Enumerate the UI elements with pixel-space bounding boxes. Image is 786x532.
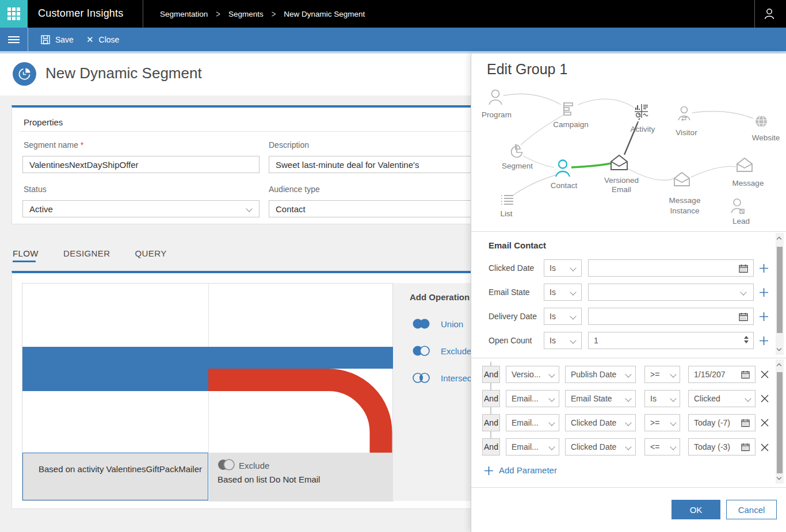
tab-flow[interactable]: FLOW bbox=[13, 248, 39, 258]
condition-field-dropdown[interactable]: Clicked Date bbox=[565, 414, 636, 431]
flow-block-exclude-list[interactable]: Exclude Based on list Do Not Email bbox=[209, 453, 394, 502]
description-input[interactable]: Sweet last-minute deal for Valentine's bbox=[269, 156, 483, 173]
cancel-button[interactable]: Cancel bbox=[726, 500, 777, 519]
condition-connector-chip[interactable]: And bbox=[482, 438, 500, 456]
operation-exclude[interactable]: Exclude bbox=[412, 345, 471, 357]
condition-connector-chip[interactable]: And bbox=[482, 414, 500, 431]
param-value-select[interactable] bbox=[588, 284, 754, 301]
chevron-down-icon bbox=[625, 395, 631, 401]
condition-operator-dropdown[interactable]: <= bbox=[644, 438, 680, 456]
condition-field-dropdown[interactable]: Publish Date bbox=[565, 366, 636, 383]
conditions-scrollbar[interactable] bbox=[776, 359, 784, 484]
param-op-dropdown[interactable]: Is bbox=[544, 308, 582, 325]
section-divider bbox=[20, 131, 476, 132]
breadcrumb-segmentation[interactable]: Segmentation bbox=[160, 10, 208, 18]
chevron-down-icon bbox=[246, 205, 252, 212]
condition-operator-dropdown[interactable]: Is bbox=[644, 390, 680, 407]
top-bar: Customer Insights Segmentation > Segment… bbox=[0, 0, 786, 28]
param-op-dropdown[interactable]: Is bbox=[544, 284, 582, 301]
save-button[interactable]: Save bbox=[41, 28, 74, 51]
condition-entity-dropdown[interactable]: Email... bbox=[506, 390, 559, 407]
condition-field-dropdown[interactable]: Email State bbox=[565, 390, 636, 407]
chevron-down-icon bbox=[670, 371, 676, 377]
chevron-down-icon bbox=[570, 265, 576, 271]
remove-condition-button[interactable] bbox=[761, 419, 769, 427]
node-versioned-email[interactable] bbox=[611, 155, 627, 170]
exclude-toggle-icon[interactable] bbox=[217, 458, 236, 471]
scrollbar-thumb[interactable] bbox=[777, 372, 783, 473]
tab-designer[interactable]: DESIGNER bbox=[63, 248, 110, 258]
number-stepper[interactable] bbox=[744, 336, 749, 343]
add-clause-button[interactable] bbox=[759, 288, 769, 297]
condition-field-dropdown[interactable]: Clicked Date bbox=[565, 438, 636, 456]
condition-entity-dropdown[interactable]: Versio... bbox=[506, 366, 559, 383]
add-parameter-link[interactable]: Add Parameter bbox=[499, 465, 557, 475]
param-value-date-input[interactable] bbox=[588, 259, 754, 277]
app-window: Customer Insights Segmentation > Segment… bbox=[0, 0, 786, 532]
add-parameter-plus-icon[interactable] bbox=[484, 466, 494, 476]
chevron-down-icon bbox=[670, 395, 676, 401]
param-value-date-input[interactable] bbox=[588, 308, 754, 325]
hamburger-icon bbox=[8, 36, 20, 37]
segment-name-input[interactable]: ValentinesNextDayShipOffer bbox=[22, 156, 260, 173]
condition-value-date-input[interactable]: 1/15/207 bbox=[688, 366, 756, 383]
calendar-icon[interactable] bbox=[741, 443, 750, 451]
operation-union[interactable]: Union bbox=[412, 318, 463, 330]
app-launcher-button[interactable] bbox=[0, 0, 28, 28]
node-program[interactable] bbox=[489, 90, 502, 105]
condition-entity-dropdown[interactable]: Email... bbox=[506, 414, 559, 431]
node-activity[interactable] bbox=[635, 104, 648, 118]
condition-value-date-input[interactable]: Today (-7) bbox=[688, 414, 756, 431]
menu-toggle-button[interactable] bbox=[0, 28, 28, 51]
calendar-icon[interactable] bbox=[739, 312, 748, 322]
remove-condition-button[interactable] bbox=[761, 443, 769, 451]
condition-value-select[interactable]: Clicked bbox=[688, 390, 756, 407]
scrollbar-thumb[interactable] bbox=[777, 247, 783, 333]
params-scrollbar[interactable] bbox=[776, 233, 784, 355]
close-button[interactable]: ✕ Close bbox=[86, 28, 119, 51]
scroll-down-icon[interactable] bbox=[777, 346, 781, 351]
condition-operator-dropdown[interactable]: >= bbox=[644, 366, 680, 383]
audience-type-dropdown[interactable]: Contact bbox=[269, 200, 483, 217]
condition-operator-dropdown[interactable]: >= bbox=[644, 414, 680, 431]
param-op-dropdown[interactable]: Is bbox=[544, 259, 582, 277]
node-message[interactable] bbox=[737, 158, 752, 171]
calendar-icon[interactable] bbox=[739, 264, 748, 273]
condition-connector-chip[interactable]: And bbox=[482, 366, 500, 383]
scroll-up-icon[interactable] bbox=[777, 237, 781, 242]
node-campaign[interactable] bbox=[564, 102, 573, 115]
node-lead[interactable] bbox=[731, 199, 744, 213]
calendar-icon[interactable] bbox=[741, 419, 750, 427]
scroll-down-icon[interactable] bbox=[777, 475, 781, 480]
tab-query[interactable]: QUERY bbox=[135, 248, 167, 258]
param-value-number-input[interactable]: 1 bbox=[588, 332, 754, 349]
remove-condition-button[interactable] bbox=[761, 395, 769, 403]
flow-block-activity[interactable]: Based on activity ValentinesGiftPackMail… bbox=[22, 453, 208, 500]
user-profile-button[interactable] bbox=[763, 7, 776, 22]
topbar-divider bbox=[754, 0, 755, 28]
condition-connector-chip[interactable]: And bbox=[482, 390, 500, 407]
remove-condition-button[interactable] bbox=[761, 370, 769, 378]
breadcrumb-segments[interactable]: Segments bbox=[228, 10, 264, 18]
calendar-icon[interactable] bbox=[741, 370, 750, 379]
add-clause-button[interactable] bbox=[759, 263, 769, 273]
node-label-visitor: Visitor bbox=[676, 128, 697, 137]
param-op-dropdown[interactable]: Is bbox=[544, 332, 582, 349]
condition-value-date-input[interactable]: Today (-3) bbox=[688, 438, 756, 456]
operation-intersect[interactable]: Intersect bbox=[412, 372, 474, 384]
chevron-down-icon bbox=[745, 395, 751, 401]
node-visitor[interactable] bbox=[678, 107, 690, 121]
ok-button[interactable]: OK bbox=[671, 500, 720, 519]
save-label: Save bbox=[55, 35, 74, 44]
node-segment[interactable] bbox=[512, 145, 522, 158]
add-clause-button[interactable] bbox=[759, 336, 769, 346]
required-asterisk: * bbox=[81, 140, 83, 150]
node-list[interactable] bbox=[501, 196, 513, 204]
condition-entity-dropdown[interactable]: Email... bbox=[506, 438, 559, 456]
node-contact[interactable] bbox=[556, 160, 570, 177]
status-dropdown[interactable]: Active bbox=[22, 200, 260, 217]
scroll-up-icon[interactable] bbox=[777, 363, 781, 368]
node-website[interactable] bbox=[756, 116, 767, 127]
node-message-instance[interactable] bbox=[674, 173, 689, 186]
add-clause-button[interactable] bbox=[759, 312, 769, 322]
